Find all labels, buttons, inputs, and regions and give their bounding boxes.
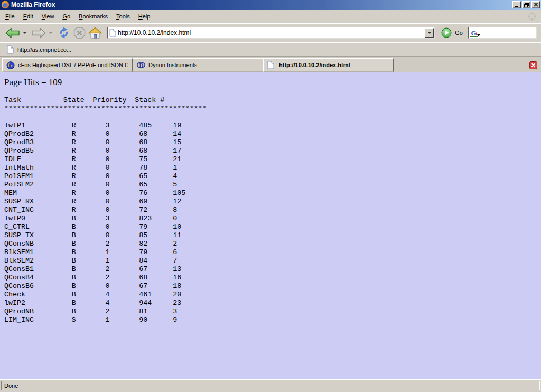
task-table: Task State Priority Stack # ************… bbox=[4, 96, 207, 324]
browser-tab-3[interactable]: http://10.0.10.2/index.html bbox=[263, 58, 394, 72]
menu-file[interactable]: File bbox=[1, 11, 19, 22]
page-icon bbox=[109, 29, 117, 37]
url-dropdown-button[interactable] bbox=[425, 28, 434, 38]
browser-window: Mozilla Firefox FileEditViewGoBookmarksT… bbox=[0, 0, 541, 392]
stop-button[interactable] bbox=[72, 25, 87, 40]
navigation-toolbar: Go G bbox=[0, 23, 541, 42]
throbber-icon bbox=[527, 12, 537, 21]
page-hits-text: Page Hits = 109 bbox=[4, 77, 62, 88]
tab-label: Dynon Instruments bbox=[148, 62, 197, 68]
back-dropdown[interactable] bbox=[23, 32, 27, 34]
go-button[interactable]: Go bbox=[441, 27, 463, 38]
browser-tab-2[interactable]: DDynon Instruments bbox=[133, 58, 263, 72]
page-icon bbox=[267, 61, 276, 69]
restore-button[interactable] bbox=[522, 1, 530, 8]
url-input[interactable] bbox=[117, 29, 424, 36]
url-bar bbox=[107, 27, 435, 39]
home-button[interactable] bbox=[87, 26, 103, 40]
reload-button[interactable] bbox=[56, 25, 72, 40]
page-content: Page Hits = 109 Task State Priority Stac… bbox=[0, 72, 541, 379]
search-input[interactable] bbox=[479, 29, 541, 36]
bookmark-item[interactable]: http://as.cmpnet.co... bbox=[5, 44, 73, 55]
menu-help[interactable]: Help bbox=[134, 11, 155, 22]
close-button[interactable] bbox=[531, 1, 540, 8]
window-controls bbox=[512, 1, 541, 8]
svg-text:D: D bbox=[139, 62, 144, 68]
menu-view[interactable]: View bbox=[38, 11, 59, 22]
status-text: Done bbox=[4, 382, 18, 389]
menu-go[interactable]: Go bbox=[58, 11, 74, 22]
menu-bookmarks[interactable]: Bookmarks bbox=[74, 11, 112, 22]
page-icon bbox=[7, 45, 14, 54]
search-box: G bbox=[468, 27, 537, 39]
back-button[interactable] bbox=[4, 26, 21, 40]
dynon-icon: D bbox=[137, 61, 145, 69]
menu-tools[interactable]: Tools bbox=[112, 11, 134, 22]
window-title: Mozilla Firefox bbox=[11, 1, 55, 8]
minimize-button[interactable] bbox=[512, 1, 521, 8]
status-panel: Done bbox=[1, 381, 540, 390]
firefox-icon bbox=[1, 1, 10, 9]
browser-tab-1[interactable]: cFos Highspeed DSL / PPPoE und ISDN CAP.… bbox=[2, 58, 133, 72]
tab-strip: cFos Highspeed DSL / PPPoE und ISDN CAP.… bbox=[0, 57, 541, 72]
forward-dropdown[interactable] bbox=[49, 32, 53, 34]
menu-bar: FileEditViewGoBookmarksToolsHelp bbox=[0, 10, 541, 23]
bookmarks-toolbar: http://as.cmpnet.co... bbox=[0, 42, 541, 57]
cfos-icon bbox=[6, 61, 15, 69]
menu-edit[interactable]: Edit bbox=[19, 11, 38, 22]
go-icon bbox=[441, 27, 452, 38]
tab-label: cFos Highspeed DSL / PPPoE und ISDN CAP.… bbox=[18, 62, 128, 68]
search-engine-caret[interactable] bbox=[477, 34, 480, 36]
title-bar: Mozilla Firefox bbox=[0, 0, 541, 10]
forward-button[interactable] bbox=[30, 26, 47, 40]
go-label: Go bbox=[455, 30, 463, 36]
status-bar: Done bbox=[0, 379, 541, 392]
svg-text:G: G bbox=[471, 29, 477, 37]
close-tab-button[interactable] bbox=[529, 61, 537, 69]
bookmark-label: http://as.cmpnet.co... bbox=[17, 46, 71, 53]
tab-label: http://10.0.10.2/index.html bbox=[279, 62, 350, 68]
